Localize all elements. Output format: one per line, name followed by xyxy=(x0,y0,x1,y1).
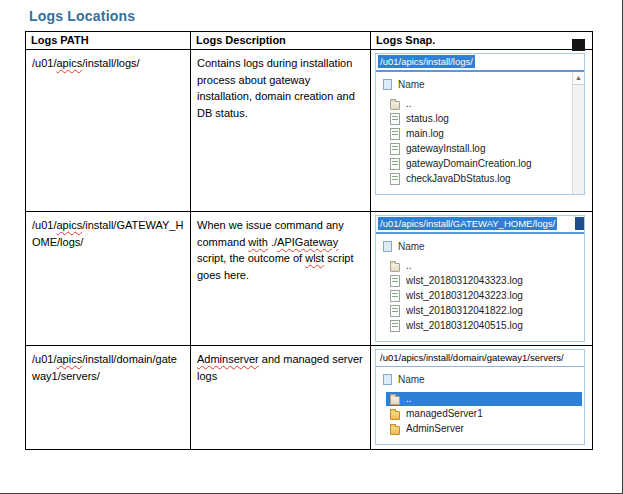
address-text: /u01/apics/install/domain/gateway1/serve… xyxy=(378,351,566,364)
file-name: wlst_20180312043323.log xyxy=(406,275,523,287)
file-list: ..managedServer1AdminServer xyxy=(376,390,584,439)
file-list-item: gatewayDomainCreation.log xyxy=(388,157,568,171)
snap-cell: /u01/apics/install/domain/gateway1/serve… xyxy=(371,346,593,450)
file-list-item: checkJavaDbStatus.log xyxy=(388,172,568,186)
text-segment: /u01/ xyxy=(32,353,56,365)
file-list-item: AdminServer xyxy=(388,422,579,436)
name-column-header: Name xyxy=(376,367,584,390)
scrollbar: ▲ xyxy=(572,72,584,194)
snap-cell: /u01/apics/install/GATEWAY_HOME/logs/ Na… xyxy=(371,212,593,346)
header-logs-description: Logs Description xyxy=(191,32,371,50)
file-list-item: wlst_20180312043323.log xyxy=(388,274,579,288)
file-list-item: .. xyxy=(388,259,579,273)
name-column-header: Name xyxy=(376,72,584,95)
path-cell: /u01/apics/install/GATEWAY_HOME/logs/ xyxy=(26,212,191,346)
file-name: .. xyxy=(406,393,412,405)
table-row: /u01/apics/install/logs/ Contains logs d… xyxy=(26,50,593,212)
address-text: /u01/apics/install/logs/ xyxy=(378,55,475,68)
text-segment: script, the outcome of xyxy=(197,252,305,264)
file-list-item: wlst_20180312041822.log xyxy=(388,304,579,318)
description-text: When we issue command any command with .… xyxy=(197,219,354,281)
path-cell: /u01/apics/install/domain/gateway1/serve… xyxy=(26,346,191,450)
misspelled-word: wlst xyxy=(305,252,324,264)
file-name: managedServer1 xyxy=(406,408,483,420)
file-name: .. xyxy=(406,98,412,110)
file-explorer-snap: /u01/apics/install/domain/gateway1/serve… xyxy=(375,349,585,445)
file-list: ..wlst_20180312043323.logwlst_2018031204… xyxy=(376,257,584,336)
path-text: /u01/apics/install/logs/ xyxy=(32,57,140,69)
file-name: AdminServer xyxy=(406,423,464,435)
file-list-item: gatewayInstall.log xyxy=(388,142,568,156)
up-directory-icon xyxy=(390,263,400,272)
file-explorer-snap: /u01/apics/install/logs/ Name ..status.l… xyxy=(375,53,585,195)
file-list-item: .. xyxy=(388,97,568,111)
name-header-label: Name xyxy=(398,79,425,90)
log-file-icon xyxy=(390,143,400,155)
file-name: wlst_20180312041822.log xyxy=(406,305,523,317)
log-file-icon xyxy=(390,275,400,287)
path-text: /u01/apics/install/domain/gateway1/serve… xyxy=(32,353,177,382)
text-segment: ./ xyxy=(268,236,277,248)
path-cell: /u01/apics/install/logs/ xyxy=(26,50,191,212)
log-file-icon xyxy=(390,158,400,170)
scroll-up-icon: ▲ xyxy=(573,72,584,85)
file-explorer-snap: /u01/apics/install/GATEWAY_HOME/logs/ Na… xyxy=(375,215,585,342)
folder-icon xyxy=(390,411,400,420)
up-directory-icon xyxy=(390,396,400,405)
misspelled-word: APIGateway xyxy=(277,236,338,248)
file-name: checkJavaDbStatus.log xyxy=(406,173,511,185)
text-segment: /u01/ xyxy=(32,57,56,69)
misspelled-word: Adminserver xyxy=(197,353,259,365)
file-name: gatewayInstall.log xyxy=(406,143,486,155)
file-list-item: wlst_20180312043223.log xyxy=(388,289,579,303)
file-list-item: managedServer1 xyxy=(388,407,579,421)
file-list-item: .. xyxy=(386,392,582,406)
log-file-icon xyxy=(390,320,400,332)
misspelled-word: with xyxy=(248,236,268,248)
table-header-row: Logs PATH Logs Description Logs Snap. xyxy=(26,32,593,50)
description-cell: Adminserver and managed server logs xyxy=(191,346,371,450)
file-name: wlst_20180312043223.log xyxy=(406,290,523,302)
table-row: /u01/apics/install/domain/gateway1/serve… xyxy=(26,346,593,450)
file-name: wlst_20180312040515.log xyxy=(406,320,523,332)
file-list-item: wlst_20180312040515.log xyxy=(388,319,579,333)
log-file-icon xyxy=(390,290,400,302)
path-text: /u01/apics/install/GATEWAY_HOME/logs/ xyxy=(32,219,183,248)
address-bar: /u01/apics/install/logs/ xyxy=(376,54,584,72)
file-name: gatewayDomainCreation.log xyxy=(406,158,532,170)
file-icon xyxy=(383,374,392,385)
file-list-item: main.log xyxy=(388,127,568,141)
file-icon xyxy=(383,79,392,90)
description-cell: When we issue command any command with .… xyxy=(191,212,371,346)
misspelled-word: apics xyxy=(56,353,82,365)
misspelled-word: apics xyxy=(56,57,82,69)
document-page: Logs Locations Logs PATH Logs Descriptio… xyxy=(0,0,623,494)
snap-cell: /u01/apics/install/logs/ Name ..status.l… xyxy=(371,50,593,212)
log-file-icon xyxy=(390,128,400,140)
address-bar: /u01/apics/install/domain/gateway1/serve… xyxy=(376,350,584,367)
folder-icon xyxy=(390,426,400,435)
description-text: Adminserver and managed server logs xyxy=(197,353,363,382)
file-icon xyxy=(383,241,392,252)
text-segment: /u01/ xyxy=(32,219,56,231)
misspelled-word: apics xyxy=(56,219,82,231)
log-file-icon xyxy=(390,173,400,185)
header-logs-snap: Logs Snap. xyxy=(371,32,593,50)
description-text: Contains logs during installation proces… xyxy=(197,57,355,119)
log-file-icon xyxy=(390,305,400,317)
name-column-header: Name xyxy=(376,234,584,257)
file-list-item: status.log xyxy=(388,112,568,126)
logs-table: Logs PATH Logs Description Logs Snap. /u… xyxy=(25,31,593,450)
file-name: status.log xyxy=(406,113,449,125)
description-cell: Contains logs during installation proces… xyxy=(191,50,371,212)
table-row: /u01/apics/install/GATEWAY_HOME/logs/ Wh… xyxy=(26,212,593,346)
file-name: .. xyxy=(406,260,412,272)
address-bar: /u01/apics/install/GATEWAY_HOME/logs/ xyxy=(376,216,584,234)
page-title: Logs Locations xyxy=(29,8,622,24)
text-segment: Contains logs during installation proces… xyxy=(197,57,355,119)
address-text: /u01/apics/install/GATEWAY_HOME/logs/ xyxy=(378,217,557,230)
file-name: main.log xyxy=(406,128,444,140)
name-header-label: Name xyxy=(398,374,425,385)
up-directory-icon xyxy=(390,101,400,110)
header-logs-path: Logs PATH xyxy=(26,32,191,50)
